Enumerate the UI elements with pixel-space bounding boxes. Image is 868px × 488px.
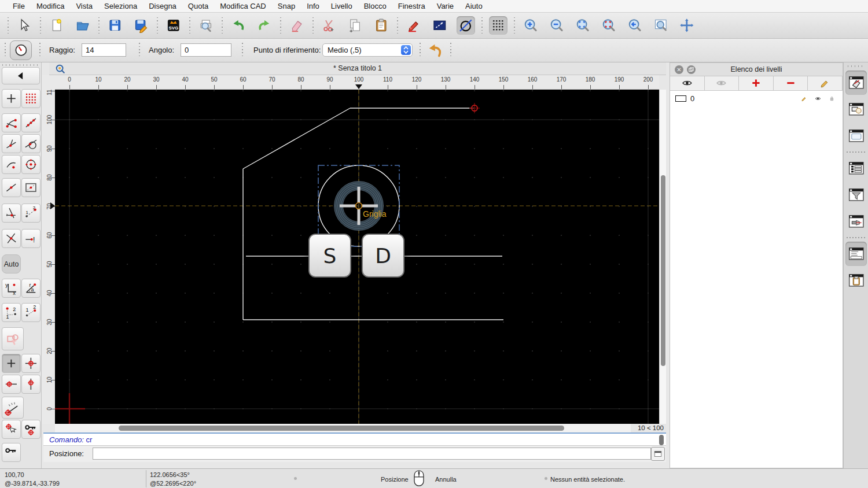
snap-auto-intersect-button[interactable] — [2, 204, 21, 223]
layer-edit-icon[interactable] — [801, 94, 811, 103]
auto-snap-button[interactable]: Auto — [2, 254, 21, 273]
snap-dist-box-button[interactable] — [21, 178, 41, 197]
menu-info[interactable]: Info — [301, 2, 325, 10]
restrict-v-button[interactable] — [21, 375, 41, 394]
snap-center-button[interactable] — [21, 155, 41, 174]
restrict-ortho-button[interactable] — [21, 354, 41, 373]
restrict-none-button[interactable] — [2, 354, 21, 373]
panel-cam-toggle-button[interactable] — [845, 209, 867, 234]
circle-radius-tool-button[interactable] — [10, 40, 32, 60]
toolbar-cursor-button[interactable] — [15, 16, 34, 35]
dock-drag-handle[interactable] — [848, 65, 865, 67]
snap-on-entity-button[interactable] — [21, 113, 41, 132]
toolbar-zoom-window-button[interactable] — [652, 16, 670, 35]
toolbar-redo-button[interactable] — [255, 16, 274, 35]
coord-xy-button[interactable]: yx — [2, 279, 21, 298]
panel-filter-toggle-button[interactable] — [845, 183, 867, 207]
rel-cart-button[interactable]: 12 — [2, 303, 21, 322]
toolbar-zoom-selection-button[interactable] — [599, 16, 618, 35]
restrict-h-button[interactable] — [2, 375, 21, 394]
rz-set-button[interactable] — [2, 420, 21, 439]
toolbar-eraser-button[interactable] — [288, 16, 306, 35]
toolbar-zoom-out-button[interactable] — [547, 16, 566, 35]
menu-livello[interactable]: Livello — [325, 2, 358, 10]
layer-add-button[interactable] — [739, 76, 774, 91]
snap-free-button[interactable] — [2, 89, 21, 108]
toolbar-cut-button[interactable] — [320, 16, 339, 35]
command-window-button[interactable] — [651, 447, 665, 461]
menu-file[interactable]: File — [7, 2, 31, 10]
toolbar-zoom-auto-button[interactable] — [573, 16, 592, 35]
restrict-angle-button[interactable] — [2, 397, 24, 419]
layer-lock-icon[interactable] — [829, 94, 838, 103]
toolbar-open-folder-button[interactable] — [73, 16, 92, 35]
toolbar-pan-button[interactable] — [678, 16, 696, 35]
menu-snap[interactable]: Snap — [272, 2, 301, 10]
restrict-off-button[interactable] — [2, 327, 24, 350]
toolbar-zoom-previous-button[interactable] — [626, 16, 644, 35]
eye-off-button[interactable] — [705, 76, 740, 91]
toolbar-svg-export-button[interactable]: SVG — [164, 16, 183, 35]
menu-aiuto[interactable]: Aiuto — [459, 2, 488, 10]
menu-quota[interactable]: Quota — [182, 2, 214, 10]
snap-intersection-button[interactable] — [2, 229, 21, 248]
layer-row[interactable]: 0 — [670, 92, 843, 105]
toolbar-pencil-draw-button[interactable] — [404, 16, 423, 35]
drawing-canvas[interactable]: Griglia — [55, 90, 659, 424]
layer-edit-button[interactable] — [808, 76, 843, 91]
menu-finestra[interactable]: Finestra — [392, 2, 431, 10]
panel-properties-toggle-button[interactable] — [845, 156, 867, 180]
rz-key-button[interactable] — [2, 443, 21, 462]
rz-lock-button[interactable] — [21, 420, 41, 439]
command-scrollbar-thumb[interactable] — [659, 435, 664, 445]
panel-library-toggle-button[interactable] — [845, 124, 867, 148]
menu-vista[interactable]: Vista — [70, 2, 98, 10]
panel-layer-list-toggle-button[interactable] — [845, 71, 867, 95]
toolbar-save-button[interactable] — [106, 16, 124, 35]
toolbar-print-preview-button[interactable] — [197, 16, 215, 35]
vertical-scrollbar-thumb[interactable] — [661, 175, 665, 366]
rel-polar-button[interactable]: 12 — [21, 303, 41, 322]
snap-tangent-button[interactable] — [21, 134, 41, 153]
snap-endpoints-button[interactable] — [2, 113, 21, 132]
snap-perpendicular-button[interactable] — [2, 134, 21, 153]
reference-point-select[interactable]: Medio (,5) — [322, 43, 413, 57]
menu-modifica[interactable]: Modifica — [31, 2, 70, 10]
toolbar-grid-toggle-button[interactable] — [489, 16, 507, 35]
toolbar-zoom-in-button[interactable] — [521, 16, 540, 35]
command-history-row[interactable]: Comando: cr — [43, 432, 666, 446]
coord-polar-button[interactable]: ra — [21, 279, 41, 298]
option-back-button[interactable] — [426, 42, 444, 59]
menu-disegna[interactable]: Disegna — [143, 2, 182, 10]
layer-remove-button[interactable] — [774, 76, 808, 91]
toolbar-save-as-button[interactable] — [132, 16, 150, 35]
panel-clipboard-toggle-button[interactable] — [845, 268, 867, 293]
vertical-scrollbar[interactable] — [659, 90, 666, 424]
drawing-area[interactable]: Griglia S D — [55, 90, 659, 424]
menu-modifica-cad[interactable]: Modifica CAD — [214, 2, 271, 10]
toolbar-paste-button[interactable] — [372, 16, 391, 35]
toolbar-undo-button[interactable] — [229, 16, 248, 35]
angle-input[interactable] — [181, 43, 231, 57]
horizontal-scrollbar-thumb[interactable] — [119, 426, 564, 431]
eye-open-button[interactable] — [670, 76, 705, 91]
menu-seleziona[interactable]: Seleziona — [98, 2, 143, 10]
toolbar-new-file-button[interactable] — [47, 16, 66, 35]
toolbar-circle-tool-button[interactable] — [457, 16, 475, 35]
back-arrow-button[interactable] — [2, 67, 40, 84]
panel-block-list-toggle-button[interactable] — [845, 97, 867, 121]
horizontal-scrollbar[interactable] — [55, 424, 631, 432]
document-tab-bar[interactable]: * Senza titolo 1 — [49, 62, 666, 75]
position-input[interactable] — [93, 448, 651, 460]
eye-open-icon[interactable] — [815, 94, 825, 103]
panel-command-toggle-button[interactable] — [845, 242, 867, 266]
radius-input[interactable] — [82, 43, 126, 57]
snap-dist-12-button[interactable]: 12 — [21, 204, 41, 223]
snap-reference-button[interactable] — [2, 155, 21, 174]
snap-middle-button[interactable] — [2, 178, 21, 197]
toolbar-drag-handle[interactable] — [2, 64, 38, 66]
layer-color-swatch[interactable] — [675, 95, 686, 102]
toolbar-measure-rect-button[interactable] — [431, 16, 449, 35]
toolbar-copy-button[interactable] — [346, 16, 365, 35]
menu-blocco[interactable]: Blocco — [358, 2, 392, 10]
